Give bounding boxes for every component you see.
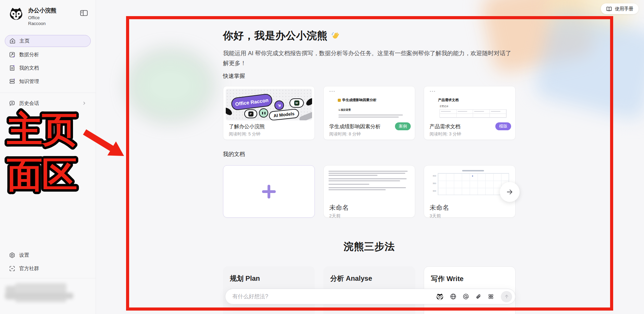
preview-table — [439, 109, 507, 118]
chart-ytick: 300 — [433, 190, 436, 192]
document-preview: 学生成绩影响因素分析 1.项目背景 — [326, 89, 412, 120]
trophy-emoji-icon — [338, 99, 341, 102]
card-reading-time: 阅读时间: 8 分钟 — [329, 131, 361, 137]
qr-community-icon — [9, 265, 15, 272]
template-badge: 模版 — [495, 122, 511, 130]
app-subtitle: Office Raccoon — [28, 15, 53, 27]
app-name: 办公小浣熊 — [28, 7, 57, 14]
document-card-untitled-1[interactable]: 未命名 2天前 — [323, 165, 415, 218]
chevron-right-icon — [82, 101, 87, 106]
card-product-requirements-doc[interactable]: 产品需求文档 变更记录 产品需求文档 模版 阅读时间: 3 分钟 — [424, 86, 516, 140]
word-doc-icon: W — [294, 100, 299, 106]
ellipsis-dots-icon — [430, 91, 435, 92]
card-learn-office-raccoon[interactable]: Office Raccon W P — [223, 86, 315, 140]
office-raccoon-pill: Office Raccon — [231, 93, 273, 111]
data-analysis-icon — [9, 51, 15, 58]
document-text-preview — [329, 170, 410, 191]
document-age: 3天前 — [430, 213, 441, 219]
section-label-my-documents: 我的文档 — [223, 151, 245, 158]
card-title: 产品需求文档 — [430, 123, 460, 130]
arrow-badge-icon — [274, 100, 284, 110]
preview-subheading: 变更记录 — [439, 105, 448, 108]
web-search-globe-icon[interactable] — [450, 293, 457, 300]
raccoon-model-icon[interactable] — [436, 293, 444, 300]
preview-doc-title: 学生成绩影响因素分析 — [338, 98, 376, 102]
card-illustration: Office Raccon W P — [226, 89, 312, 120]
raccoon-eyes-badge — [259, 108, 268, 118]
eye-shape — [264, 112, 265, 114]
card-student-score-analysis[interactable]: 学生成绩影响因素分析 1.项目背景 学生成绩影响因素分析 案例 阅读时间: 8 … — [323, 86, 415, 140]
composer-icons — [436, 291, 512, 302]
sidebar-item-label: 主页 — [20, 38, 29, 44]
sidebar-divider — [0, 93, 96, 93]
preview-text-lines — [338, 113, 406, 119]
home-icon — [9, 38, 16, 44]
step-title: 分析 Analyse — [330, 274, 408, 283]
main-panel: 使用手册 你好，我是办公小浣熊 我能运用 AI 帮你完成文档报告撰写，数据分析等… — [96, 0, 644, 314]
manual-button-label: 使用手册 — [615, 6, 633, 12]
next-page-button[interactable] — [500, 182, 520, 202]
preview-title-text: 产品需求文档 — [438, 98, 459, 102]
sidebar-nav: 主页 数据分析 我的文档 — [0, 35, 96, 87]
community-label: 官方社群 — [19, 265, 39, 272]
chat-composer[interactable] — [225, 289, 516, 304]
plus-icon — [259, 182, 278, 201]
raccoon-paw-shape — [226, 106, 233, 117]
card-title: 学生成绩影响因素分析 — [329, 123, 381, 130]
decor-gradient-blob — [129, 51, 211, 120]
pdf-doc-icon: P — [248, 111, 253, 117]
sidebar-footer-divider — [0, 278, 96, 278]
sidebar-item-sessions[interactable]: 历史会话 — [5, 98, 91, 109]
card-reading-time: 阅读时间: 5 分钟 — [229, 131, 260, 137]
mention-at-icon[interactable] — [462, 293, 469, 300]
chat-plus-icon — [9, 100, 15, 107]
home-content: 你好，我是办公小浣熊 我能运用 AI 帮你完成文档报告撰写，数据分析等办公任务。… — [223, 0, 516, 314]
sidebar-collapse-icon[interactable] — [80, 10, 88, 16]
chat-input[interactable] — [232, 293, 432, 300]
sidebar-item-home[interactable]: 主页 — [5, 35, 91, 47]
attachment-paperclip-icon[interactable] — [475, 293, 482, 300]
chart-ytick: 400 — [433, 175, 436, 177]
three-steps-title: 浣熊三步法 — [223, 240, 516, 254]
card-reading-time: 阅读时间: 3 分钟 — [430, 131, 461, 137]
knowledge-base-icon — [9, 78, 15, 85]
document-preview: 产品需求文档 变更记录 — [426, 89, 513, 120]
raccoon-logo-icon — [8, 7, 24, 21]
atom-skills-icon[interactable] — [487, 293, 494, 300]
send-button[interactable] — [501, 291, 512, 302]
new-document-card[interactable] — [223, 165, 315, 218]
sidebar-item-label: 我的文档 — [19, 65, 39, 71]
app-title-block: 办公小浣熊 Office Raccoon — [28, 7, 57, 27]
sidebar-item-my-documents[interactable]: 我的文档 — [5, 62, 91, 74]
eye-shape — [262, 112, 263, 114]
waving-hand-emoji-icon — [331, 31, 340, 41]
manual-button[interactable]: 使用手册 — [601, 3, 639, 14]
sidebar-item-settings[interactable]: 设置 — [5, 249, 91, 261]
sidebar-item-community[interactable]: 官方社群 — [5, 263, 91, 275]
raccoon-paw-shape — [305, 97, 312, 107]
sidebar-item-data-analysis[interactable]: 数据分析 — [5, 49, 91, 60]
user-account-redacted[interactable] — [5, 282, 91, 309]
arrow-right-icon — [506, 188, 513, 196]
hero-description: 我能运用 AI 帮你完成文档报告撰写，数据分析等办公任务。这里有一些案例帮你了解… — [223, 48, 516, 68]
settings-icon — [9, 252, 15, 258]
sidebar-item-label: 数据分析 — [19, 51, 39, 58]
preview-doc-title: 产品需求文档 — [438, 98, 459, 102]
chart-ytick: 350 — [433, 182, 436, 184]
sessions-label: 历史会话 — [19, 100, 39, 107]
step-title: 写作 Write — [431, 274, 508, 283]
quick-start-card-row: Office Raccon W P — [223, 86, 516, 140]
word-doc-pill: W — [289, 98, 304, 108]
preview-heading: 1.项目背景 — [338, 108, 351, 112]
pdf-doc-pill: P — [244, 109, 257, 118]
sidebar-item-knowledge[interactable]: 知识管理 — [5, 76, 91, 87]
greeting-text: 你好，我是办公小浣熊 — [223, 29, 327, 43]
chart-data-point — [472, 176, 473, 177]
open-book-icon — [606, 6, 612, 12]
step-title: 规划 Plan — [230, 274, 308, 283]
settings-label: 设置 — [19, 252, 29, 258]
chart-preview: 400 350 300 — [438, 173, 509, 195]
sidebar: 办公小浣熊 Office Raccoon 主页 数据分析 — [0, 0, 96, 314]
page-title: 你好，我是办公小浣熊 — [223, 29, 340, 43]
document-title: 未命名 — [329, 203, 349, 212]
